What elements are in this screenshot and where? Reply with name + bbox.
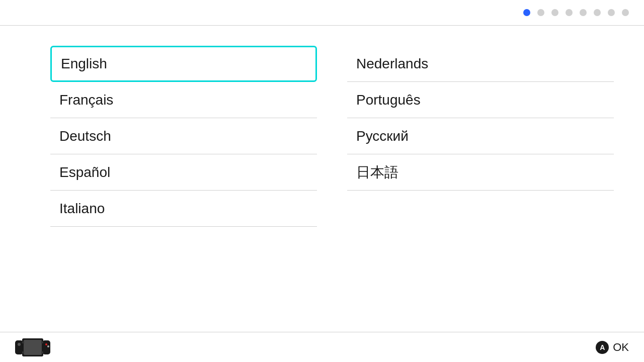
progress-dots bbox=[523, 9, 629, 16]
language-label-nederlands: Nederlands bbox=[356, 56, 428, 72]
language-option-portugues[interactable]: Português bbox=[347, 82, 614, 118]
language-label-deutsch: Deutsch bbox=[59, 128, 111, 144]
svg-rect-7 bbox=[41, 351, 43, 353]
language-option-italiano[interactable]: Italiano bbox=[50, 191, 317, 227]
svg-point-9 bbox=[45, 343, 47, 345]
ok-button[interactable]: A OK bbox=[596, 341, 629, 354]
language-option-espanol[interactable]: Español bbox=[50, 154, 317, 191]
switch-console-icon bbox=[15, 337, 50, 357]
language-option-nederlands[interactable]: Nederlands bbox=[347, 46, 614, 82]
progress-dot-6 bbox=[594, 9, 601, 16]
language-option-english[interactable]: English bbox=[50, 46, 317, 82]
progress-dot-8 bbox=[622, 9, 629, 16]
language-label-portugues: Português bbox=[356, 92, 421, 108]
language-option-japanese[interactable]: 日本語 bbox=[347, 154, 614, 191]
a-button-label: A bbox=[600, 343, 605, 351]
progress-dot-1 bbox=[523, 9, 530, 16]
language-option-russian[interactable]: Русский bbox=[347, 118, 614, 154]
language-label-english: English bbox=[61, 56, 107, 72]
language-label-espanol: Español bbox=[59, 164, 110, 180]
progress-dot-3 bbox=[551, 9, 558, 16]
language-column-left: English Français Deutsch Español Italian… bbox=[50, 46, 317, 227]
progress-dot-4 bbox=[566, 9, 573, 16]
svg-rect-5 bbox=[22, 351, 24, 353]
progress-dot-7 bbox=[608, 9, 615, 16]
bottom-bar: A OK bbox=[0, 332, 644, 362]
a-button-icon: A bbox=[596, 341, 609, 354]
language-label-francais: Français bbox=[59, 92, 113, 108]
ok-label: OK bbox=[613, 341, 629, 354]
progress-dot-5 bbox=[580, 9, 587, 16]
language-label-italiano: Italiano bbox=[59, 201, 105, 217]
language-selection-content: English Français Deutsch Español Italian… bbox=[0, 31, 644, 242]
svg-rect-3 bbox=[42, 340, 50, 354]
language-option-deutsch[interactable]: Deutsch bbox=[50, 118, 317, 154]
language-column-right: Nederlands Português Русский 日本語 bbox=[347, 46, 614, 227]
svg-rect-4 bbox=[22, 341, 24, 343]
svg-point-8 bbox=[18, 343, 21, 346]
top-bar bbox=[0, 0, 644, 26]
language-option-francais[interactable]: Français bbox=[50, 82, 317, 118]
svg-rect-6 bbox=[41, 341, 43, 343]
svg-rect-2 bbox=[24, 340, 42, 355]
progress-dot-2 bbox=[537, 9, 544, 16]
language-label-russian: Русский bbox=[356, 128, 409, 144]
svg-point-10 bbox=[47, 345, 49, 347]
language-label-japanese: 日本語 bbox=[356, 163, 398, 182]
svg-rect-0 bbox=[15, 340, 23, 354]
